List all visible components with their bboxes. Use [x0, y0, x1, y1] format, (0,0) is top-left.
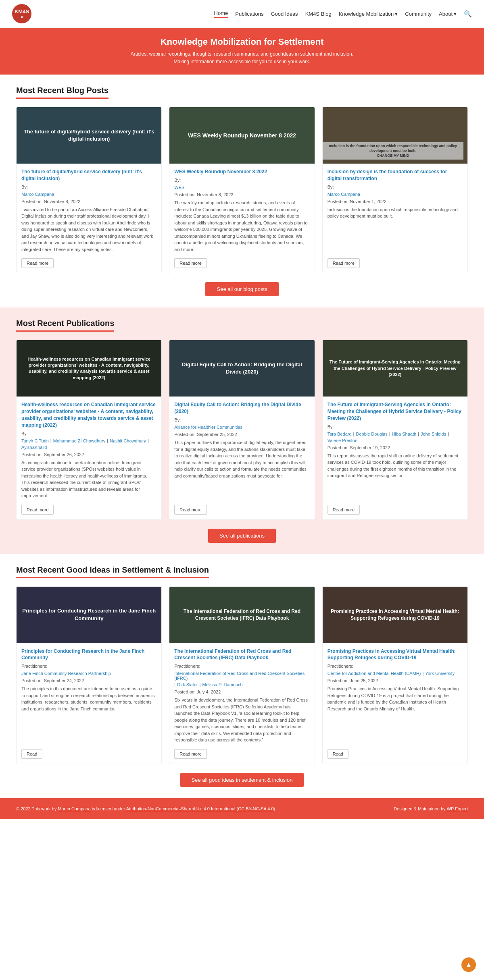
- pub3-author1[interactable]: Tara Bedard: [328, 432, 352, 436]
- good-idea-card-2-desc: Six years in development, the Internatio…: [174, 697, 309, 743]
- blog-card-1-image: The future of digital/hybrid service del…: [17, 107, 161, 164]
- good-idea-card-3-title[interactable]: Promising Practices in Accessing Virtual…: [328, 648, 463, 662]
- blog-card-2-date: Posted on: November 8, 2022: [174, 192, 309, 197]
- blog-section-title: Most Recent Blog Posts: [16, 86, 108, 99]
- chevron-down-icon: ▾: [395, 11, 398, 17]
- publication-card-1-authors: Tanvir C Turin | Mohammad ZI Chowdhury |…: [21, 438, 156, 450]
- publication-card-3-image: The Future of Immigrant-Serving Agencies…: [323, 340, 467, 397]
- site-header: KM4S ⚙ Home Publications Good Ideas KM4S…: [0, 0, 484, 28]
- publication-card-3-title[interactable]: The Future of Immigrant-Serving Agencies…: [328, 401, 463, 421]
- blog-card-1-desc: I was invited to be part of an Access Al…: [21, 206, 156, 253]
- blog-card-3-read-more[interactable]: Read more: [328, 258, 360, 268]
- search-icon[interactable]: 🔍: [464, 10, 472, 18]
- blog-card-1-date: Posted on: November 8, 2022: [21, 199, 156, 204]
- publication-card-1-image: Health-wellness resources on Canadian im…: [17, 340, 161, 397]
- good-idea-card-1-practitioners-label: Practitioners:: [21, 664, 156, 669]
- publication-card-3-byline: By:: [328, 424, 463, 429]
- chevron-down-icon: ▾: [454, 11, 457, 17]
- blog-card-3-date: Posted on: November 1, 2022: [328, 199, 463, 204]
- good-idea-card-3-authors: Centre for Addiction and Mental Health (…: [328, 671, 463, 676]
- good-idea-card-3-desc: Promising Practices in Accessing Virtual…: [328, 685, 463, 743]
- publication-card-2-image: Digital Equity Call to Action: Bridging …: [169, 340, 314, 397]
- publication-card-1-byline: By:: [21, 431, 156, 436]
- good-idea-card-2-date: Posted on: July 4, 2022: [174, 689, 309, 694]
- publication-card-1-read-more[interactable]: Read more: [21, 505, 54, 515]
- footer-author-link[interactable]: Marco Campana: [58, 806, 90, 811]
- see-all-good-ideas-button[interactable]: See all good ideas in settlement & inclu…: [180, 773, 304, 787]
- publication-card-1-title[interactable]: Health-wellness resources on Canadian im…: [21, 401, 156, 428]
- publications-section-title: Most Recent Publications: [16, 319, 114, 332]
- publication-card-3-authors: Tara Bedard | Debbie Douglas | Hiba Shaa…: [328, 432, 463, 443]
- pub1-author4[interactable]: AyishaKhalid: [21, 445, 47, 450]
- good-ideas-cards-grid: Principles for Conducting Research in th…: [16, 586, 468, 764]
- publication-card-1: Health-wellness resources on Canadian im…: [16, 340, 162, 519]
- good-idea-card-3-date: Posted on: June 25, 2022: [328, 678, 463, 683]
- blog-card-1-read-more[interactable]: Read more: [21, 258, 54, 268]
- site-footer: © 2022 This work by Marco Campana is lic…: [0, 798, 484, 819]
- pub3-author3[interactable]: Hiba Shaath: [392, 432, 417, 436]
- main-nav: Home Publications Good Ideas KM4S Blog K…: [214, 10, 472, 18]
- gi2-author1[interactable]: International Federation of Red Cross an…: [174, 671, 309, 681]
- logo[interactable]: KM4S ⚙: [12, 4, 31, 23]
- good-ideas-section-title: Most Recent Good Ideas in Settlement & I…: [16, 565, 209, 578]
- footer-copyright: © 2022 This work by Marco Campana is lic…: [16, 806, 276, 811]
- nav-good-ideas[interactable]: Good Ideas: [271, 11, 298, 17]
- pub1-author1[interactable]: Tanvir C Turin: [21, 438, 49, 443]
- nav-km4s-blog[interactable]: KM4S Blog: [305, 11, 332, 17]
- publication-card-2-title[interactable]: Digital Equity Call to Action: Bridging …: [174, 401, 309, 415]
- blog-card-3-title[interactable]: Inclusion by design is the foundation of…: [328, 168, 463, 182]
- footer-maintained-link[interactable]: WP Expert: [447, 806, 468, 811]
- publication-card-3-date: Posted on: September 19, 2022: [328, 445, 463, 450]
- blog-card-1-title[interactable]: The future of digital/hybrid service del…: [21, 168, 156, 182]
- good-idea-card-1-title[interactable]: Principles for Conducting Research in th…: [21, 648, 156, 662]
- publication-card-2-read-more[interactable]: Read more: [174, 505, 207, 515]
- gi2-author3[interactable]: Melissa El Hamouch: [202, 682, 242, 687]
- blog-card-3-byline: By:: [328, 185, 463, 189]
- good-idea-card-2-title[interactable]: The International Federation of Red Cros…: [174, 648, 309, 662]
- gi3-author1[interactable]: Centre for Addiction and Mental Health (…: [328, 671, 421, 676]
- hero-title: Knowledge Mobilization for Settlement: [16, 37, 468, 47]
- blog-card-3-desc: Inclusion is the foundation upon which r…: [328, 206, 463, 253]
- blog-card-2-author[interactable]: WES: [174, 185, 309, 190]
- publication-card-1-date: Posted on: September 26, 2022: [21, 452, 156, 457]
- publications-section: Most Recent Publications Health-wellness…: [0, 307, 484, 554]
- publication-card-3-desc: This report discusses the rapid shift to…: [328, 453, 463, 499]
- blog-card-3-author[interactable]: Marco Campana: [328, 192, 463, 197]
- good-idea-card-1-author[interactable]: Jane Finch Community Research Partnershi…: [21, 671, 156, 676]
- good-idea-card-2-authors: International Federation of Red Cross an…: [174, 671, 309, 687]
- good-idea-card-3-read-more[interactable]: Read: [328, 749, 348, 759]
- pub1-author2[interactable]: Mohammad ZI Chowdhury: [53, 438, 106, 443]
- publication-card-1-desc: As immigrants continue to seek informati…: [21, 459, 156, 499]
- good-idea-card-2-practitioners-label: Practitioners:: [174, 664, 309, 669]
- good-idea-card-1-read-more[interactable]: Read: [21, 749, 42, 759]
- nav-community[interactable]: Community: [405, 11, 432, 17]
- blog-card-2-title[interactable]: WES Weekly Roundup November 8 2022: [174, 168, 309, 175]
- good-idea-card-2: The International Federation of Red Cros…: [169, 586, 315, 764]
- footer-license-link[interactable]: Attribution-NonCommercial-ShareAlike 4.0…: [126, 806, 277, 811]
- hero-banner: Knowledge Mobilization for Settlement Ar…: [0, 28, 484, 75]
- good-idea-card-2-read-more[interactable]: Read more: [174, 749, 207, 759]
- pub3-author5[interactable]: Valerie Preston: [328, 438, 357, 443]
- nav-home[interactable]: Home: [214, 10, 228, 18]
- publication-card-3-read-more[interactable]: Read more: [328, 505, 360, 515]
- good-idea-card-2-image: The International Federation of Red Cros…: [169, 587, 314, 643]
- nav-publications[interactable]: Publications: [235, 11, 263, 17]
- blog-card-2-image: WES Weekly Roundup November 8 2022: [169, 107, 314, 164]
- gi2-author2[interactable]: Dirk Slater: [177, 682, 198, 687]
- pub3-author2[interactable]: Debbie Douglas: [356, 432, 387, 436]
- pub1-author3[interactable]: Nashit Chowdhury: [110, 438, 146, 443]
- see-all-blog-posts-button[interactable]: See all our blog posts: [205, 282, 278, 296]
- nav-knowledge-mobilization[interactable]: Knowledge Mobilization ▾: [339, 11, 398, 17]
- nav-about[interactable]: About ▾: [439, 11, 457, 17]
- blog-card-1: The future of digital/hybrid service del…: [16, 107, 162, 273]
- hero-subtitle1: Articles, webinar recordings, thoughts, …: [16, 50, 468, 58]
- good-idea-card-3: Promising Practices in Accessing Virtual…: [322, 586, 468, 764]
- publication-card-2-author[interactable]: Alliance for Healthier Communities: [174, 425, 309, 430]
- blog-card-1-author[interactable]: Marco Campana: [21, 192, 156, 197]
- blog-card-2-read-more[interactable]: Read more: [174, 258, 207, 268]
- see-all-publications-button[interactable]: See all publications: [208, 529, 276, 543]
- gi3-author2[interactable]: York University: [425, 671, 455, 676]
- hero-subtitle2: Making information more accessible for y…: [16, 58, 468, 66]
- publication-card-2-byline: By:: [174, 417, 309, 422]
- pub3-author4[interactable]: John Shields: [421, 432, 446, 436]
